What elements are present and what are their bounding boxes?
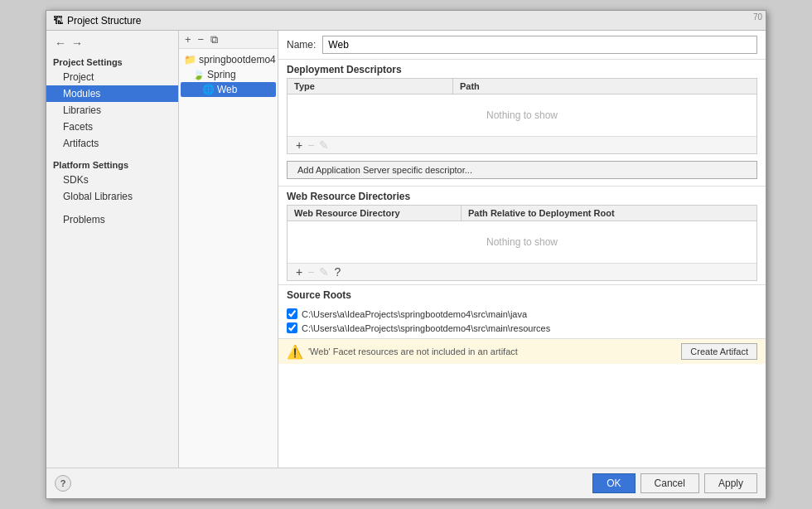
tree-panel: + − ⧉ 📁 springbootdemo4 🍃 Spring 🌐 Web: [179, 31, 278, 468]
tree-item-root[interactable]: 📁 springbootdemo4: [181, 52, 276, 67]
corner-badge: 70: [753, 12, 762, 22]
footer: ? OK Cancel Apply: [46, 468, 766, 498]
web-resource-title: Web Resource Directories: [278, 186, 766, 205]
ok-button[interactable]: OK: [592, 473, 635, 493]
tree-copy-button[interactable]: ⧉: [208, 33, 220, 46]
title-bar: 🏗 Project Structure: [46, 11, 766, 31]
web-resource-remove-btn[interactable]: −: [306, 266, 316, 278]
sidebar-item-artifacts[interactable]: Artifacts: [46, 135, 178, 152]
source-roots-title: Source Roots: [278, 284, 766, 303]
sidebar-item-global-libraries[interactable]: Global Libraries: [46, 188, 178, 205]
window-icon: 🏗: [53, 15, 63, 27]
deployment-table: Type Path Nothing to show + − ✎: [287, 78, 757, 154]
apply-button[interactable]: Apply: [704, 473, 757, 493]
tree-item-root-label: springbootdemo4: [199, 54, 276, 65]
web-resource-table-header: Web Resource Directory Path Relative to …: [288, 206, 756, 221]
project-settings-header: Project Settings: [46, 54, 178, 69]
tree-add-button[interactable]: +: [182, 33, 194, 46]
back-button[interactable]: ←: [53, 37, 68, 49]
add-descriptor-button[interactable]: Add Application Server specific descript…: [287, 161, 757, 179]
web-resource-add-btn[interactable]: +: [294, 266, 304, 278]
web-resource-nothing-text: Nothing to show: [486, 236, 558, 248]
folder-icon: 📁: [184, 54, 196, 65]
deployment-add-btn[interactable]: +: [294, 139, 304, 151]
web-resource-help-btn[interactable]: ?: [332, 266, 342, 278]
platform-settings-header: Platform Settings: [46, 157, 178, 172]
tree-item-spring[interactable]: 🍃 Spring: [181, 67, 276, 82]
main-area: ← → Project Settings Project Modules Lib…: [46, 31, 766, 468]
web-resource-col2: Path Relative to Deployment Root: [462, 206, 756, 221]
forward-button[interactable]: →: [70, 37, 85, 49]
content-area: Name: Deployment Descriptors Type Path N…: [278, 31, 766, 468]
source-item-0: C:\Users\a\IdeaProjects\springbootdemo4\…: [287, 307, 757, 321]
tree-item-spring-label: Spring: [207, 69, 236, 80]
project-structure-window: 70 🏗 Project Structure ← → Project Setti…: [46, 10, 766, 499]
web-resource-table-body: Nothing to show: [288, 221, 756, 263]
source-item-0-checkbox[interactable]: [287, 308, 297, 319]
source-item-1: C:\Users\a\IdeaProjects\springbootdemo4\…: [287, 321, 757, 335]
sidebar-item-facets[interactable]: Facets: [46, 119, 178, 135]
deployment-table-body: Nothing to show: [288, 95, 756, 136]
help-button[interactable]: ?: [55, 475, 71, 492]
tree-remove-button[interactable]: −: [196, 33, 207, 46]
web-resource-table-toolbar: + − ✎ ?: [288, 263, 756, 280]
tree-item-web-label: Web: [217, 84, 237, 95]
source-item-0-label: C:\Users\a\IdeaProjects\springbootdemo4\…: [302, 309, 527, 319]
sidebar: ← → Project Settings Project Modules Lib…: [46, 31, 179, 468]
name-row: Name:: [278, 31, 766, 60]
deployment-col-type: Type: [288, 79, 453, 94]
window-title: Project Structure: [67, 15, 141, 27]
web-resource-table: Web Resource Directory Path Relative to …: [287, 205, 757, 281]
name-label: Name:: [287, 39, 316, 51]
spring-icon: 🍃: [192, 69, 205, 80]
cancel-button[interactable]: Cancel: [640, 473, 699, 493]
create-artifact-button[interactable]: Create Artifact: [681, 343, 757, 360]
source-item-1-label: C:\Users\a\IdeaProjects\springbootdemo4\…: [302, 323, 550, 333]
deployment-table-toolbar: + − ✎: [288, 136, 756, 153]
sidebar-item-problems[interactable]: Problems: [46, 211, 178, 228]
tree-content: 📁 springbootdemo4 🍃 Spring 🌐 Web: [179, 49, 278, 468]
warning-text: 'Web' Facet resources are not included i…: [308, 347, 676, 356]
tree-toolbar: + − ⧉: [179, 31, 278, 49]
sidebar-item-modules[interactable]: Modules: [46, 85, 178, 102]
sidebar-item-libraries[interactable]: Libraries: [46, 102, 178, 119]
footer-buttons: OK Cancel Apply: [592, 473, 757, 493]
name-input[interactable]: [322, 36, 757, 54]
deployment-col-path: Path: [453, 79, 756, 94]
web-icon: 🌐: [202, 84, 215, 95]
sidebar-item-project[interactable]: Project: [46, 69, 178, 85]
deployment-edit-btn[interactable]: ✎: [317, 139, 331, 151]
nav-back-row: ← →: [46, 36, 178, 54]
deployment-remove-btn[interactable]: −: [306, 139, 316, 151]
source-item-1-checkbox[interactable]: [287, 322, 297, 333]
deployment-nothing-text: Nothing to show: [486, 109, 558, 121]
warning-bar: ⚠️ 'Web' Facet resources are not include…: [278, 338, 766, 364]
deployment-table-header: Type Path: [288, 79, 756, 95]
sidebar-item-sdks[interactable]: SDKs: [46, 172, 178, 188]
web-resource-col1: Web Resource Directory: [288, 206, 462, 221]
warning-icon: ⚠️: [287, 344, 303, 360]
web-resource-edit-btn[interactable]: ✎: [317, 266, 331, 278]
deployment-descriptors-title: Deployment Descriptors: [278, 60, 766, 78]
source-roots-area: C:\Users\a\IdeaProjects\springbootdemo4\…: [278, 303, 766, 338]
tree-item-web[interactable]: 🌐 Web: [181, 82, 276, 97]
